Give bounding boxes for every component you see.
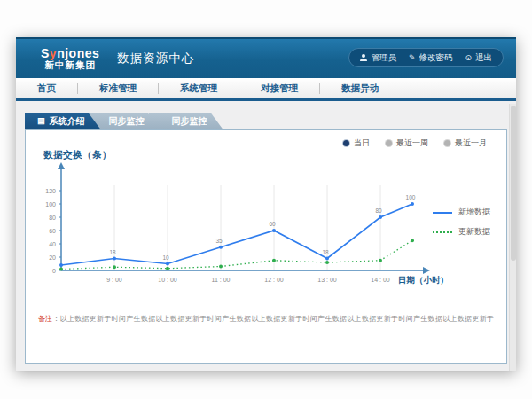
logout-button[interactable]: ⊙ 退出 (465, 52, 492, 64)
svg-text:120: 120 (45, 188, 56, 194)
nav-item-standard-mgmt[interactable]: 标准管理 (78, 82, 158, 95)
company-logo: Synjones 新中新集团 (41, 47, 99, 70)
app-title: 数据资源中心 (117, 51, 194, 66)
svg-text:20: 20 (49, 254, 56, 261)
svg-text:100: 100 (45, 201, 56, 207)
change-password-button[interactable]: ✎ 修改密码 (409, 52, 453, 64)
chart-legend: 新增数据 更新数据 (433, 207, 490, 238)
radio-last-month[interactable]: 最近一月 (444, 137, 487, 149)
svg-text:35: 35 (215, 238, 223, 244)
scrollbar-thumb[interactable] (511, 106, 516, 261)
solid-line-icon (433, 212, 452, 214)
legend-item-updated-data: 更新数据 (433, 226, 490, 238)
radio-label: 当日 (354, 137, 370, 149)
scrollbar-track[interactable] (509, 104, 516, 371)
person-icon (360, 54, 367, 61)
svg-text:40: 40 (49, 241, 56, 247)
user-name-label: 管理员 (371, 52, 396, 64)
nav-item-home[interactable]: 首页 (16, 82, 77, 95)
footnote-body: ：以上数据更新于时间产生数据以上数据更新于时间产生数据以上数据更新于时间产生数据… (52, 315, 494, 323)
footnote: 备注：以上数据更新于时间产生数据以上数据更新于时间产生数据以上数据更新于时间产生… (26, 314, 506, 324)
edit-icon: ✎ (409, 54, 416, 62)
svg-text:14 : 00: 14 : 00 (371, 277, 390, 283)
svg-text:18: 18 (322, 249, 329, 255)
svg-text:18: 18 (109, 249, 116, 255)
change-password-label: 修改密码 (419, 52, 452, 64)
tab-bar: ▤ 系统介绍 同步监控 同步监控 (25, 113, 212, 129)
nav-item-system-mgmt[interactable]: 系统管理 (159, 82, 239, 95)
svg-text:13 : 00: 13 : 00 (317, 277, 337, 283)
power-icon: ⊙ (465, 54, 472, 62)
app-header: Synjones 新中新集团 数据资源中心 管理员 ✎ 修改密码 ⊙ 退出 (16, 37, 516, 78)
footnote-prefix: 备注 (38, 315, 53, 323)
logo-company-name: 新中新集团 (41, 60, 99, 70)
app-window: Synjones 新中新集团 数据资源中心 管理员 ✎ 修改密码 ⊙ 退出 首页… (16, 37, 516, 371)
legend-item-new-data: 新增数据 (433, 207, 490, 218)
svg-text:10 : 00: 10 : 00 (158, 277, 177, 283)
radio-label: 最近一周 (396, 137, 428, 149)
tab-sync-monitor-2[interactable]: 同步监控 (149, 113, 223, 129)
svg-text:100: 100 (406, 194, 416, 200)
tab-sync-monitor-1[interactable]: 同步监控 (90, 113, 160, 129)
range-filter-group: 当日 最近一周 最近一月 (343, 137, 487, 149)
main-nav: 首页 标准管理 系统管理 对接管理 数据异动 (16, 78, 516, 101)
svg-text:11 : 00: 11 : 00 (212, 277, 231, 283)
svg-text:日期（小时）: 日期（小时） (398, 275, 449, 286)
radio-today[interactable]: 当日 (343, 137, 370, 149)
nav-item-integration-mgmt[interactable]: 对接管理 (239, 82, 319, 95)
svg-text:0: 0 (52, 268, 56, 274)
svg-text:80: 80 (375, 207, 382, 214)
user-toolbar: 管理员 ✎ 修改密码 ⊙ 退出 (348, 48, 504, 67)
radio-last-week[interactable]: 最近一周 (386, 137, 428, 149)
svg-text:60: 60 (49, 228, 56, 234)
svg-text:9 : 00: 9 : 00 (106, 277, 122, 283)
radio-icon (343, 140, 349, 146)
tab-label: 系统介绍 (50, 115, 85, 128)
document-icon: ▤ (37, 117, 45, 125)
logo-wordmark: Synjones (41, 47, 99, 60)
dotted-line-icon (433, 231, 452, 233)
tab-system-intro[interactable]: ▤ 系统介绍 (25, 113, 101, 129)
tab-label: 同步监控 (109, 115, 145, 128)
chart-panel: 当日 最近一周 最近一月 数据交换（条） 0204060801001209 : … (25, 129, 507, 364)
radio-label: 最近一月 (455, 137, 487, 149)
svg-text:12 : 00: 12 : 00 (264, 277, 284, 283)
tab-label: 同步监控 (172, 115, 207, 128)
radio-icon (444, 140, 450, 146)
radio-icon (386, 140, 392, 146)
nav-item-data-changes[interactable]: 数据异动 (320, 82, 400, 95)
logout-label: 退出 (475, 52, 492, 64)
svg-text:80: 80 (49, 215, 56, 221)
user-menu[interactable]: 管理员 (360, 52, 396, 64)
legend-label: 更新数据 (458, 226, 490, 238)
svg-text:10: 10 (162, 254, 169, 261)
svg-text:60: 60 (269, 221, 276, 227)
legend-label: 新增数据 (458, 207, 490, 218)
